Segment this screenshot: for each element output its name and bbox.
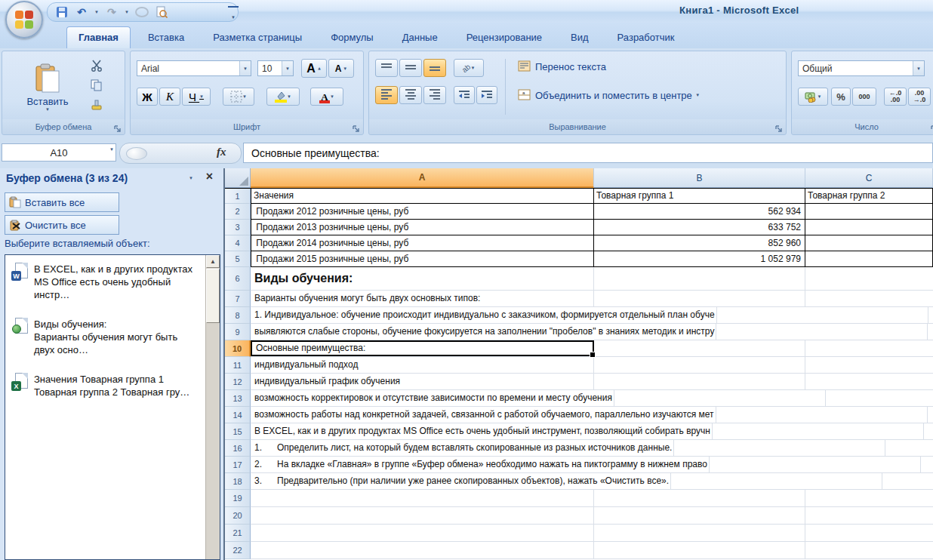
number-dialog-launcher-icon[interactable] bbox=[930, 123, 933, 132]
save-icon[interactable] bbox=[55, 5, 69, 19]
row-header-13[interactable]: 13 bbox=[225, 390, 251, 407]
align-center-button[interactable] bbox=[399, 86, 422, 104]
clipboard-item[interactable]: XЗначения Товарная группа 1 Товарная гру… bbox=[11, 373, 200, 398]
font-size-dropdown-icon[interactable]: ▼ bbox=[282, 61, 293, 75]
cell-A6[interactable]: Виды обучения: bbox=[251, 267, 594, 290]
cell-B11[interactable] bbox=[594, 357, 805, 373]
cell-C2[interactable] bbox=[805, 204, 933, 219]
scroll-thumb[interactable] bbox=[206, 269, 220, 323]
print-preview-icon[interactable] bbox=[155, 5, 168, 19]
row-header-2[interactable]: 2 bbox=[225, 204, 251, 220]
cell-B9[interactable] bbox=[716, 324, 928, 340]
cell-A17[interactable]: 2. На вкладке «Главная» в группе «Буфер … bbox=[251, 457, 710, 472]
cell-C14[interactable] bbox=[928, 407, 933, 423]
cell-A8[interactable]: 1. Индивидуальное: обучение происходит и… bbox=[251, 307, 717, 323]
undo-icon[interactable]: ↶ bbox=[75, 5, 88, 19]
office-button[interactable] bbox=[5, 1, 43, 38]
cell-A15[interactable]: В EXCEL, как и в других продуктах MS Off… bbox=[251, 423, 713, 439]
cell-A18[interactable]: 3. Предварительно (при наличии уже ранее… bbox=[251, 473, 671, 489]
row-header-18[interactable]: 18 bbox=[225, 473, 251, 490]
font-size-combo[interactable]: 10 ▼ bbox=[257, 60, 294, 76]
cell-A20[interactable] bbox=[251, 507, 594, 524]
cell-C4[interactable] bbox=[805, 235, 933, 251]
clipboard-dialog-launcher-icon[interactable] bbox=[113, 123, 122, 132]
paste-button[interactable]: Вставить ▼ bbox=[23, 57, 72, 118]
cell-C16[interactable] bbox=[885, 440, 933, 456]
copy-button[interactable] bbox=[87, 77, 106, 94]
percent-style-button[interactable]: % bbox=[831, 88, 851, 106]
row-header-3[interactable]: 3 bbox=[225, 220, 251, 235]
cell-A3[interactable]: Продажи 2013 розничные цены, руб bbox=[251, 220, 594, 235]
row-header-17[interactable]: 17 bbox=[225, 457, 251, 473]
cell-B21[interactable] bbox=[594, 525, 805, 541]
number-format-dropdown-icon[interactable]: ▼ bbox=[913, 61, 924, 75]
cell-A21[interactable] bbox=[251, 525, 594, 541]
orientation-button[interactable]: ab ▼ bbox=[454, 59, 484, 77]
cell-B16[interactable] bbox=[674, 440, 885, 456]
cell-C3[interactable] bbox=[805, 220, 933, 235]
cell-C7[interactable] bbox=[805, 291, 933, 306]
decrease-font-button[interactable]: A▼ bbox=[328, 59, 354, 78]
tab-Рецензирование[interactable]: Рецензирование bbox=[455, 27, 553, 48]
cell-C22[interactable] bbox=[805, 542, 933, 558]
cell-A2[interactable]: Продажи 2012 розничные цены, руб bbox=[251, 204, 594, 219]
column-header-A[interactable]: A bbox=[251, 168, 594, 188]
format-painter-button[interactable] bbox=[87, 97, 106, 113]
cell-A7[interactable]: Варианты обучения могут быть двух основн… bbox=[251, 291, 594, 306]
cell-C20[interactable] bbox=[805, 507, 933, 524]
cell-B22[interactable] bbox=[594, 542, 805, 558]
cell-B5[interactable]: 1 052 979 bbox=[594, 251, 805, 266]
row-header-21[interactable]: 21 bbox=[225, 525, 251, 542]
cell-B20[interactable] bbox=[594, 507, 805, 524]
increase-indent-button[interactable] bbox=[476, 86, 497, 104]
align-top-button[interactable] bbox=[375, 59, 398, 77]
bold-button[interactable]: Ж bbox=[137, 88, 158, 106]
select-all-corner[interactable] bbox=[225, 168, 251, 188]
row-header-9[interactable]: 9 bbox=[225, 324, 251, 340]
cell-B15[interactable] bbox=[713, 423, 924, 439]
row-header-5[interactable]: 5 bbox=[225, 251, 251, 267]
font-dialog-launcher-icon[interactable] bbox=[352, 123, 361, 132]
name-box-dropdown-icon[interactable]: ▼ bbox=[109, 147, 114, 152]
cell-A11[interactable]: индивидуальный подход bbox=[251, 357, 594, 373]
paste-all-button[interactable]: Вставить все bbox=[5, 192, 119, 212]
cell-A4[interactable]: Продажи 2014 розничные цены, руб bbox=[251, 235, 594, 251]
tab-Формулы[interactable]: Формулы bbox=[319, 27, 385, 48]
cell-C17[interactable] bbox=[921, 457, 933, 472]
row-header-8[interactable]: 8 bbox=[225, 307, 251, 324]
font-name-dropdown-icon[interactable]: ▼ bbox=[239, 61, 251, 75]
cell-C5[interactable] bbox=[805, 251, 933, 266]
cell-B14[interactable] bbox=[716, 407, 928, 423]
redo-dropdown-icon[interactable]: ▼ bbox=[125, 10, 129, 14]
column-header-B[interactable]: B bbox=[594, 168, 805, 188]
row-header-4[interactable]: 4 bbox=[225, 235, 251, 251]
alignment-dialog-launcher-icon[interactable] bbox=[774, 123, 784, 132]
row-header-6[interactable]: 6 bbox=[225, 267, 251, 291]
column-header-C[interactable]: C bbox=[805, 168, 933, 188]
cell-A12[interactable]: индивидуальный график обучения bbox=[251, 374, 594, 389]
row-header-22[interactable]: 22 bbox=[225, 542, 251, 559]
clipboard-item[interactable]: Виды обучения: Варианты обучения могут б… bbox=[11, 318, 200, 356]
row-header-19[interactable]: 19 bbox=[225, 490, 251, 507]
row-header-16[interactable]: 16 bbox=[225, 440, 251, 457]
number-format-combo[interactable]: Общий ▼ bbox=[798, 60, 925, 76]
decrease-decimal-button[interactable]: .00→.0 bbox=[908, 88, 931, 106]
cell-A16[interactable]: 1. Определить лист, на который будем вст… bbox=[251, 440, 674, 456]
cell-C10[interactable] bbox=[805, 340, 933, 356]
oval-icon[interactable] bbox=[135, 5, 149, 19]
cell-C8[interactable] bbox=[928, 307, 933, 323]
cell-C15[interactable] bbox=[924, 423, 933, 439]
cell-A13[interactable]: возможность корректировок и отсутствие з… bbox=[251, 390, 614, 406]
scroll-up-icon[interactable]: ▲ bbox=[206, 255, 220, 268]
cell-A10[interactable]: Основные преимущества: bbox=[251, 340, 594, 356]
tab-Главная[interactable]: Главная bbox=[66, 26, 131, 48]
cell-B3[interactable]: 633 752 bbox=[594, 220, 805, 235]
clipboard-item[interactable]: WВ EXCEL, как и в других продуктах MS Of… bbox=[11, 263, 200, 301]
cell-B12[interactable] bbox=[594, 374, 805, 389]
redo-icon[interactable]: ↷ bbox=[105, 5, 119, 19]
insert-function-button[interactable]: fx bbox=[217, 146, 226, 158]
cell-C19[interactable] bbox=[805, 490, 933, 506]
row-header-12[interactable]: 12 bbox=[225, 374, 251, 390]
cell-C13[interactable] bbox=[826, 390, 933, 406]
cell-C21[interactable] bbox=[805, 525, 933, 541]
